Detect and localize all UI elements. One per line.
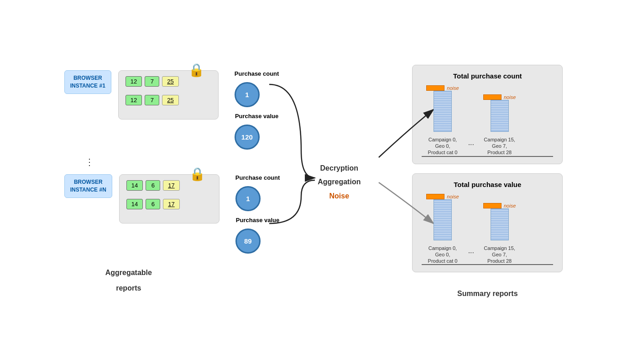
- purchase-count-block-1: Purchase count 1: [235, 70, 279, 107]
- cell-na-v2: 6: [146, 180, 160, 191]
- bar-value-2: noise: [483, 203, 516, 240]
- cell-1b-v3: 25: [162, 95, 178, 105]
- aggregatable-line1: Aggregatable: [105, 267, 152, 278]
- middle-section: Decryption Aggregation Noise: [303, 162, 376, 202]
- purchase-count-section-n: 14 6 17 14 6 17: [126, 180, 212, 214]
- purchase-count-block-n: Purchase count 1: [235, 174, 280, 211]
- chart-baseline-v: [422, 264, 553, 265]
- lock-icon-1: 🔒: [188, 62, 204, 78]
- browser-label-n: BROWSER INSTANCE #N: [64, 174, 112, 198]
- cell-1b-v2: 7: [145, 95, 159, 105]
- noise-row-1: noise: [426, 85, 459, 91]
- chart-dots-v: ...: [468, 247, 474, 264]
- cell-na-v3: 17: [163, 180, 179, 191]
- cell-nb-v1: 14: [126, 199, 143, 209]
- chart-dots-1: ...: [468, 139, 474, 156]
- bar-count-1: noise: [426, 85, 459, 132]
- chart-baseline-1: [422, 156, 553, 157]
- right-section: Total purchase count noise: [412, 65, 563, 300]
- bar-label-1: Campaign 0, Geo 0, Product cat 0: [428, 136, 458, 156]
- instance-dots: ⋮: [64, 154, 94, 170]
- circle-count-n: 1: [235, 186, 261, 211]
- purchase-value-label-n: Purchase value: [235, 217, 280, 224]
- purchase-count-label-n: Purchase count: [235, 174, 280, 182]
- noise-bar-label-2: noise: [504, 94, 516, 100]
- noise-top-v1: [426, 194, 444, 199]
- decryption-label: Decryption: [320, 162, 359, 174]
- purchase-value-block-n: Purchase value 89: [235, 217, 280, 254]
- noise-bar-label-v1: noise: [447, 194, 459, 199]
- bar-label-v1: Campaign 0, Geo 0, Product cat 0: [428, 245, 458, 265]
- summary-value-box: Total purchase value noise: [412, 173, 563, 273]
- bar-count-group-1: noise Campaign 0, Geo 0, Product cat 0: [426, 85, 459, 156]
- cell-1a-v2: 7: [145, 76, 159, 87]
- reports-values-1: 12 7 25 12 7 25: [125, 76, 179, 110]
- aggregatable-line2: reports: [105, 283, 152, 294]
- aggregation-label: Aggregation: [318, 176, 361, 188]
- purchase-count-label-1: Purchase count: [235, 70, 279, 78]
- browser-instance-1: BROWSER INSTANCE #1 🔒 12 7 25 12: [64, 70, 279, 150]
- noise-row-v2: noise: [483, 203, 516, 208]
- purchase-circles-1: Purchase count 1 Purchase value 120: [235, 70, 279, 150]
- noise-label: Noise: [329, 190, 350, 202]
- cell-nb-v3: 17: [163, 199, 179, 209]
- main-container: BROWSER INSTANCE #1 🔒 12 7 25 12: [0, 0, 627, 364]
- report-row-na: 14 6 17: [126, 180, 180, 191]
- reports-values-n: 14 6 17 14 6 17: [126, 180, 180, 214]
- circle-value-1: 120: [235, 125, 260, 150]
- circle-value-n: 89: [235, 229, 261, 254]
- cell-nb-v2: 6: [146, 199, 160, 209]
- cell-1a-v1: 12: [125, 76, 142, 87]
- cell-1b-v1: 12: [125, 95, 142, 105]
- aggregatable-label: Aggregatable reports: [105, 263, 152, 294]
- bar-count-2: noise: [483, 94, 516, 132]
- noise-top-2: [483, 94, 502, 100]
- bar-main-2: [491, 100, 509, 132]
- summary-label: Summary reports: [412, 288, 563, 299]
- report-row-nb: 14 6 17: [126, 199, 180, 209]
- report-row-1b: 12 7 25: [125, 95, 179, 105]
- noise-bar-label-v2: noise: [504, 203, 516, 208]
- noise-top-1: [426, 85, 444, 91]
- cell-na-v1: 14: [126, 180, 143, 191]
- purchase-count-section-1: 12 7 25 12 7 25: [125, 76, 211, 110]
- purchase-circles-n: Purchase count 1 Purchase value 89: [235, 174, 280, 254]
- bar-count-group-2: noise Campaign 15, Geo 7, Product 28: [483, 94, 516, 156]
- purchase-value-label-1: Purchase value: [235, 113, 279, 120]
- summary-value-title: Total purchase value: [422, 181, 553, 188]
- report-box-n: 🔒 14 6 17 14 6 17: [119, 174, 219, 224]
- lock-icon-n: 🔒: [189, 166, 205, 182]
- summary-count-title: Total purchase count: [422, 72, 553, 80]
- summary-count-box: Total purchase count noise: [412, 65, 563, 164]
- summary-label-container: Summary reports: [412, 284, 563, 299]
- bar-label-v2: Campaign 15, Geo 7, Product 28: [484, 245, 515, 265]
- bar-main-v1: [434, 199, 452, 240]
- noise-row-v1: noise: [426, 194, 459, 199]
- chart-value-area: noise Campaign 0, Geo 0, Product cat 0: [422, 194, 553, 265]
- browser-instance-n: BROWSER INSTANCE #N 🔒 14 6 17 14 6: [64, 174, 280, 254]
- purchase-value-block-1: Purchase value 120: [235, 113, 279, 150]
- noise-row-2: noise: [483, 94, 516, 100]
- bar-value-1: noise: [426, 194, 459, 240]
- report-row-1a: 12 7 25: [125, 76, 179, 87]
- noise-bar-label-1: noise: [447, 85, 459, 91]
- bar-label-2: Campaign 15, Geo 7, Product 28: [484, 136, 515, 156]
- bar-main-v2: [491, 208, 509, 240]
- cell-1a-v3: 25: [162, 76, 178, 87]
- chart-count-area: noise Campaign 0, Geo 0, Product cat 0: [422, 85, 553, 156]
- browser-label-1: BROWSER INSTANCE #1: [64, 70, 111, 94]
- bar-value-group-2: noise Campaign 15, Geo 7, Product 28: [483, 203, 516, 265]
- bar-value-group-1: noise Campaign 0, Geo 0, Product cat 0: [426, 194, 459, 265]
- bar-main-1: [434, 91, 452, 132]
- report-box-1: 🔒 12 7 25 12 7 25: [118, 70, 219, 120]
- circle-count-1: 1: [235, 82, 260, 107]
- noise-top-v2: [483, 203, 502, 208]
